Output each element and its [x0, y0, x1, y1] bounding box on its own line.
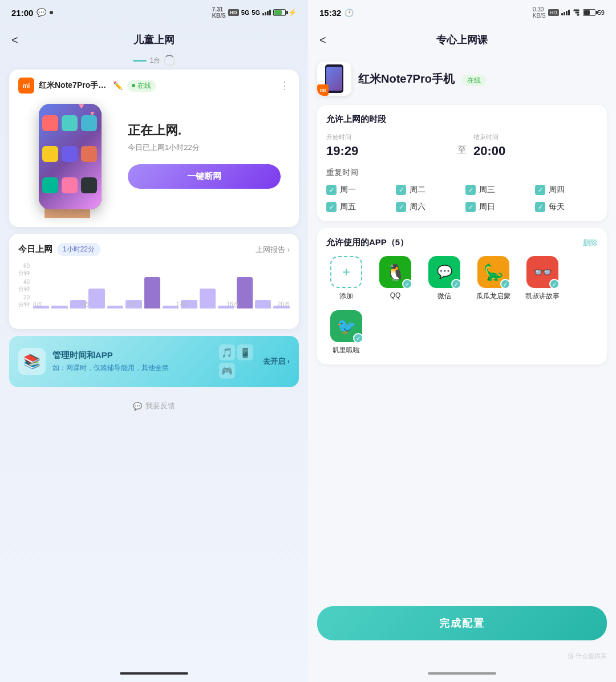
left-home-indicator	[0, 665, 308, 682]
app-guagualong[interactable]: 🦕 ✓ 瓜瓜龙启蒙	[473, 256, 513, 301]
checkbox-tuesday[interactable]	[396, 185, 406, 195]
app-kaishu[interactable]: 👓 ✓ 凯叔讲故事	[522, 256, 562, 301]
phone-body	[39, 104, 102, 209]
left-panel: 21:00 💬 7.31KB/S HD 5G 5G ⚡ < 儿童上网	[0, 0, 308, 682]
chart-x-labels: 0点 4点 8点 12点 16点 20点	[33, 301, 290, 308]
start-time-input[interactable]	[326, 144, 451, 159]
day-thursday[interactable]: 周四	[535, 185, 598, 195]
right-wifi	[573, 10, 579, 16]
guagualong-label: 瓜瓜龙启蒙	[476, 291, 510, 301]
phone-screen	[39, 104, 102, 209]
checkbox-saturday[interactable]	[396, 202, 406, 212]
end-time-label: 结束时间	[473, 133, 598, 141]
day-thursday-label: 周四	[549, 185, 565, 195]
clock-icon: 🕐	[345, 9, 354, 17]
phone-app-9	[81, 177, 97, 193]
time-inputs[interactable]: 开始时间 至 结束时间	[326, 133, 598, 159]
right-device-img: mi	[317, 62, 351, 96]
app-jlgl[interactable]: 🐦 ✓ 叽里呱啦	[326, 310, 366, 355]
banner-icon: 📚	[18, 348, 46, 375]
heart-icon-1: ♥	[79, 101, 84, 111]
right-content: mi 红米Note7Pro手机 在线 允许上网的时段 开始时间 至 结束时间	[308, 55, 616, 599]
more-btn-left[interactable]: ⋮	[279, 79, 290, 92]
banner-app-tiktok: 🎵	[219, 344, 235, 360]
charging-icon: ⚡	[288, 9, 297, 17]
phone-app-5	[62, 146, 78, 162]
banner-action-btn[interactable]: 去开启 ›	[263, 356, 290, 367]
stats-report-link[interactable]: 上网报告 ›	[256, 245, 290, 255]
delete-apps-btn[interactable]: 删除	[583, 238, 598, 248]
day-wednesday[interactable]: 周三	[465, 185, 528, 195]
right-signal	[561, 10, 570, 15]
stats-header: 今日上网 1小时22分 上网报告 ›	[18, 243, 290, 256]
left-page-header: < 儿童上网	[0, 25, 308, 55]
day-tuesday[interactable]: 周二	[396, 185, 459, 195]
phone-illustration: ♥ ♥ 正在上网. 今日已上网1小时22分 一键断网	[18, 98, 290, 219]
left-time: 21:00	[11, 8, 33, 18]
wechat-icon: 💬	[37, 8, 46, 17]
day-tuesday-label: 周二	[410, 185, 425, 195]
app-qq[interactable]: 🐧 ✓ QQ	[375, 256, 415, 301]
left-status-bar: 21:00 💬 7.31KB/S HD 5G 5G ⚡	[0, 0, 308, 25]
online-dot-left	[132, 84, 135, 87]
phone-app-8	[62, 177, 78, 193]
day-saturday[interactable]: 周六	[396, 202, 459, 212]
stats-time-badge: 1小时22分	[57, 243, 100, 256]
device-count-bar	[133, 60, 147, 62]
day-sunday[interactable]: 周日	[465, 202, 528, 212]
hd-badge-right: HD	[548, 9, 559, 16]
manage-banner[interactable]: 📚 管理时间和APP 如：网课时，仅猿辅导能用，其他全禁 🎵 📱 🎮 去开启 ›	[9, 336, 299, 387]
device-card-header: mi 红米Note7Pro手… ✏️ 在线 ⋮	[18, 78, 290, 94]
left-back-btn[interactable]: <	[11, 34, 18, 47]
device-info: mi 红米Note7Pro手… ✏️ 在线	[18, 78, 156, 94]
mi-badge-right: mi	[317, 84, 329, 96]
add-app-label: 添加	[339, 291, 353, 301]
day-sunday-label: 周日	[479, 202, 495, 212]
checkbox-sunday[interactable]	[465, 202, 476, 212]
edit-icon-left[interactable]: ✏️	[113, 81, 123, 90]
checkbox-wednesday[interactable]	[465, 185, 476, 195]
feedback-row[interactable]: 💬 我要反馈	[0, 394, 308, 418]
online-status-title: 正在上网.	[128, 122, 281, 139]
day-friday[interactable]: 周五	[326, 202, 389, 212]
left-page-title: 儿童上网	[133, 33, 175, 47]
start-time-group[interactable]: 开始时间	[326, 133, 451, 159]
day-monday[interactable]: 周一	[326, 185, 389, 195]
end-time-input[interactable]	[473, 144, 598, 159]
mi-logo-left: mi	[18, 78, 34, 94]
right-panel: 15:32 🕐 0.30KB/S HD 59 < 专心上	[308, 0, 616, 682]
qq-check: ✓	[402, 279, 412, 289]
day-everyday-label: 每天	[549, 202, 565, 212]
signal-icon	[262, 10, 271, 15]
app-wechat[interactable]: 💬 ✓ 微信	[424, 256, 464, 301]
complete-config-btn[interactable]: 完成配置	[317, 606, 607, 640]
online-text-area: 正在上网. 今日已上网1小时22分 一键断网	[119, 122, 281, 189]
right-battery-pct: 59	[598, 9, 605, 16]
right-back-btn[interactable]: <	[319, 34, 326, 47]
checkbox-everyday[interactable]	[535, 202, 545, 212]
kaishu-icon-wrapper: 👓 ✓	[526, 256, 558, 288]
phone-app-4	[42, 146, 58, 162]
guagualong-check: ✓	[500, 279, 510, 289]
checkbox-monday[interactable]	[326, 185, 337, 195]
add-app-btn[interactable]: +	[330, 256, 362, 288]
disconnect-button[interactable]: 一键断网	[128, 164, 281, 189]
phone-app-6	[81, 146, 97, 162]
device-count-label: 1台	[150, 56, 161, 66]
day-monday-label: 周一	[340, 185, 356, 195]
jlgl-check: ✓	[353, 333, 363, 343]
end-time-group[interactable]: 结束时间	[473, 133, 598, 159]
checkbox-thursday[interactable]	[535, 185, 545, 195]
phone-container: ♥ ♥	[27, 98, 119, 212]
checkbox-friday[interactable]	[326, 202, 337, 212]
feedback-text: 我要反馈	[145, 401, 175, 411]
add-app-item[interactable]: + 添加	[326, 256, 366, 301]
right-device-info: 红米Note7Pro手机 在线	[358, 71, 487, 87]
qq-label: QQ	[390, 291, 401, 299]
network-speed-left: 7.31KB/S	[212, 6, 226, 19]
day-everyday[interactable]: 每天	[535, 202, 598, 212]
right-page-title: 专心上网课	[436, 33, 488, 47]
phone-app-7	[42, 177, 58, 193]
5g-label-1: 5G	[241, 9, 250, 16]
days-grid: 周一 周二 周三 周四 周五	[326, 185, 598, 212]
